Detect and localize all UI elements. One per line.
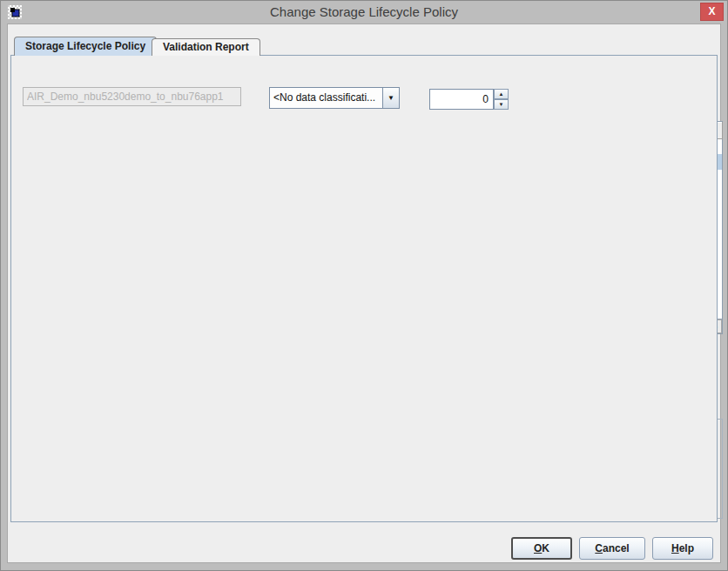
dialog-content: Storage Lifecycle Policy Validation Repo…: [7, 24, 721, 563]
policy-name-field: [23, 87, 241, 106]
change-slp-dialog: Change Storage Lifecycle Policy X Storag…: [0, 0, 728, 571]
spinner-down-icon[interactable]: ▼: [494, 99, 509, 110]
slp-tab-panel: [10, 55, 718, 522]
chevron-down-icon: ▼: [382, 88, 399, 108]
ok-button[interactable]: OK: [511, 537, 572, 560]
help-button[interactable]: Help: [652, 537, 713, 560]
data-classification-select[interactable]: <No data classificati... ▼: [269, 87, 400, 109]
priority-input[interactable]: [429, 89, 494, 110]
window-title: Change Storage Lifecycle Policy: [1, 1, 727, 24]
tab-storage-lifecycle-policy[interactable]: Storage Lifecycle Policy: [14, 37, 157, 56]
tab-validation-report[interactable]: Validation Report: [152, 38, 260, 56]
priority-spinner: ▲ ▼: [494, 89, 509, 110]
close-icon: X: [708, 5, 715, 17]
cancel-button[interactable]: Cancel: [579, 537, 645, 560]
close-button[interactable]: X: [700, 3, 724, 21]
title-bar: Change Storage Lifecycle Policy X: [1, 1, 727, 24]
data-classification-value: <No data classificati...: [273, 91, 381, 104]
spinner-up-icon[interactable]: ▲: [494, 89, 509, 99]
